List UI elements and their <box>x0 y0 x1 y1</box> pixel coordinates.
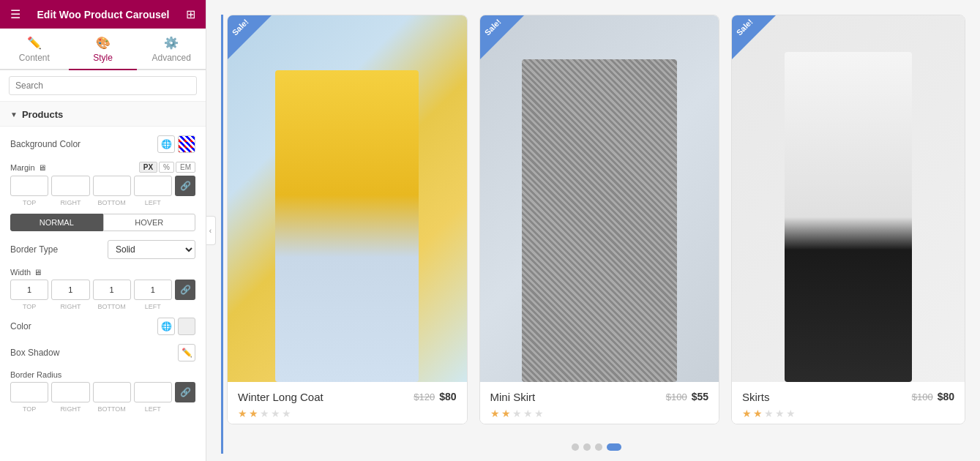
bottom-label: BOTTOM <box>93 199 131 206</box>
color-swatch-bg[interactable] <box>178 135 195 153</box>
panel-title: Edit Woo Product Carousel <box>37 9 170 20</box>
tab-advanced[interactable]: ⚙️ Advanced <box>137 29 206 70</box>
product-price-2: $100 $55 <box>666 391 708 402</box>
border-type-label: Border Type <box>10 244 108 255</box>
dot-3[interactable] <box>595 443 602 451</box>
border-radius-left-input[interactable] <box>134 382 172 402</box>
color-controls: 🌐 <box>157 318 195 335</box>
left-label: LEFT <box>134 199 172 206</box>
sale-badge-2: Sale! <box>480 15 524 59</box>
color-swatch-color[interactable] <box>178 318 195 335</box>
top-label: TOP <box>10 199 48 206</box>
border-radius-link-btn[interactable]: 🔗 <box>175 382 195 402</box>
border-radius-sub-labels: TOP RIGHT BOTTOM LEFT <box>10 405 195 413</box>
search-input[interactable] <box>9 76 197 95</box>
panel-content: Background Color 🌐 Margin 🖥 PX % EM 🔗 <box>0 127 206 461</box>
tab-style[interactable]: 🎨 Style <box>69 29 138 70</box>
box-shadow-controls: ✏️ <box>178 344 195 361</box>
border-radius-inputs: 🔗 <box>10 382 195 402</box>
panel-tabs: ✏️ Content 🎨 Style ⚙️ Advanced <box>0 29 206 70</box>
collapse-handle[interactable]: ‹ <box>206 216 216 245</box>
sale-badge-1: Sale! <box>228 15 272 59</box>
product-figure-1 <box>275 70 419 382</box>
width-monitor-icon: 🖥 <box>34 268 42 277</box>
state-tabs: NORMAL HOVER <box>10 214 195 231</box>
border-radius-label: Border Radius <box>10 370 61 379</box>
globe-icon-color[interactable]: 🌐 <box>157 318 175 335</box>
tab-content-label: Content <box>19 53 50 63</box>
margin-link-btn[interactable]: 🔗 <box>175 176 195 196</box>
product-price-3: $100 $80 <box>912 391 954 402</box>
border-radius-bottom-input[interactable] <box>93 382 131 402</box>
tab-style-label: Style <box>93 53 113 63</box>
width-unit-row: Width 🖥 <box>10 268 195 277</box>
price-old-1: $120 <box>414 391 435 402</box>
px-unit-btn[interactable]: PX <box>139 162 157 173</box>
dot-1[interactable] <box>572 443 579 451</box>
width-left-input[interactable] <box>134 280 172 300</box>
border-type-row: Border Type None Solid Double Dotted Das… <box>10 240 195 259</box>
product-img-2 <box>480 15 719 382</box>
unit-buttons: PX % EM <box>139 162 195 173</box>
sale-text-1: Sale! <box>231 17 250 37</box>
margin-sub-labels: TOP RIGHT BOTTOM LEFT <box>10 199 195 206</box>
tab-content[interactable]: ✏️ Content <box>0 29 69 70</box>
margin-left-input[interactable] <box>134 176 172 196</box>
margin-top-input[interactable] <box>10 176 48 196</box>
panel-header: ☰ Edit Woo Product Carousel ⊞ <box>0 0 206 29</box>
percent-unit-btn[interactable]: % <box>159 162 174 173</box>
product-name-1: Winter Long Coat <box>238 391 323 403</box>
search-area <box>0 70 206 102</box>
globe-icon-bg[interactable]: 🌐 <box>157 135 175 153</box>
width-top-input[interactable] <box>10 280 48 300</box>
background-color-label: Background Color <box>10 139 157 149</box>
normal-state-tab[interactable]: NORMAL <box>10 214 103 231</box>
product-image-wrap-1: Sale! <box>228 15 467 382</box>
background-color-row: Background Color 🌐 <box>10 135 195 153</box>
margin-unit-row: Margin 🖥 PX % EM <box>10 162 195 173</box>
advanced-tab-icon: ⚙️ <box>164 36 179 50</box>
color-label: Color <box>10 321 157 331</box>
border-radius-right-input[interactable] <box>51 382 89 402</box>
width-link-btn[interactable]: 🔗 <box>175 280 195 300</box>
em-unit-btn[interactable]: EM <box>176 162 195 173</box>
width-label: Width 🖥 <box>10 268 42 277</box>
right-panel: ‹ Sale! <box>206 0 980 461</box>
color-row: Color 🌐 <box>10 318 195 335</box>
width-bottom-input[interactable] <box>93 280 131 300</box>
sale-text-2: Sale! <box>482 17 502 37</box>
carousel-area: Sale! Winter Long Coat ★ ★ ★ ★ <box>206 0 980 461</box>
dot-2[interactable] <box>583 443 591 451</box>
margin-right-input[interactable] <box>51 176 89 196</box>
product-card-2: Sale! Mini Skirt ★ ★ ★ ★ <box>479 15 720 424</box>
product-img-3 <box>732 15 965 382</box>
product-stars-1: ★ ★ ★ ★ ★ <box>238 408 323 419</box>
border-type-select[interactable]: None Solid Double Dotted Dashed Groove <box>108 240 195 259</box>
product-image-wrap-3: Sale! <box>732 15 965 382</box>
section-label: Products <box>22 109 63 120</box>
right-label: RIGHT <box>51 199 89 206</box>
box-shadow-row: Box Shadow ✏️ <box>10 344 195 361</box>
tab-advanced-label: Advanced <box>152 53 190 63</box>
product-image-wrap-2: Sale! <box>480 15 719 382</box>
margin-label: Margin 🖥 <box>10 163 46 172</box>
section-header[interactable]: ▼ Products <box>0 102 206 127</box>
product-info-1: Winter Long Coat ★ ★ ★ ★ ★ $12 <box>228 382 467 424</box>
dot-4[interactable] <box>607 443 621 451</box>
price-old-2: $100 <box>666 391 687 402</box>
border-radius-top-input[interactable] <box>10 382 48 402</box>
edit-icon-shadow[interactable]: ✏️ <box>178 344 195 361</box>
grid-icon[interactable]: ⊞ <box>186 7 195 21</box>
hover-state-tab[interactable]: HOVER <box>103 214 196 231</box>
box-shadow-label: Box Shadow <box>10 348 178 358</box>
width-inputs: 🔗 <box>10 280 195 300</box>
product-price-1: $120 $80 <box>414 391 456 402</box>
margin-bottom-input[interactable] <box>93 176 131 196</box>
carousel-dots <box>227 438 965 454</box>
width-sub-labels: TOP RIGHT BOTTOM LEFT <box>10 303 195 310</box>
content-tab-icon: ✏️ <box>27 36 42 50</box>
width-right-input[interactable] <box>51 280 89 300</box>
price-new-2: $55 <box>692 391 708 402</box>
hamburger-icon[interactable]: ☰ <box>10 7 20 21</box>
monitor-icon: 🖥 <box>38 163 46 172</box>
